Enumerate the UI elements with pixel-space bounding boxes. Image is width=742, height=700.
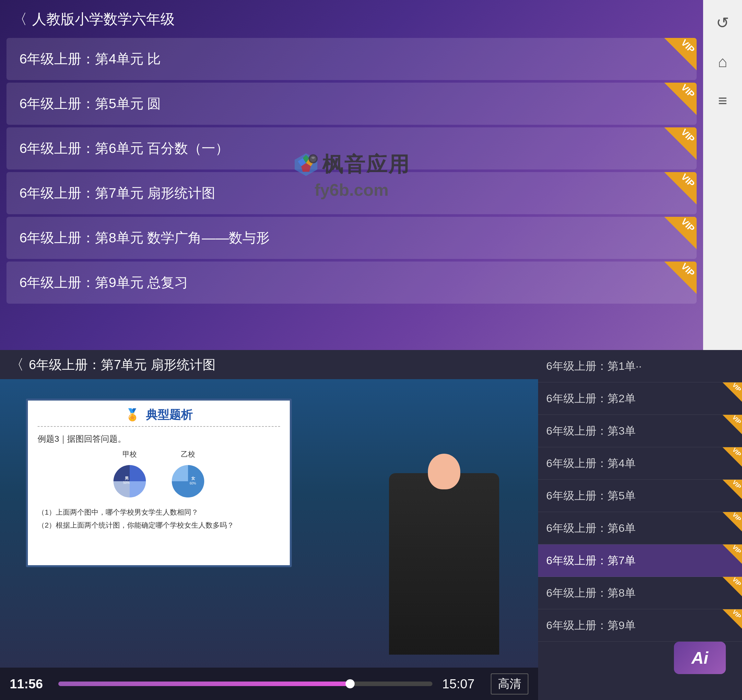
back-arrow-icon: 〈	[13, 10, 27, 29]
playlist-item-1[interactable]: 6年级上册：第1单··	[538, 350, 742, 382]
playlist-vip-badge: VIP	[723, 415, 742, 434]
vip-text: VIP	[679, 262, 696, 279]
playlist-vip-badge: VIP	[723, 544, 742, 564]
course-item-label: 6年级上册：第5单元 圆	[19, 95, 161, 113]
quality-badge[interactable]: 高清	[491, 674, 529, 694]
pie-chart-right: 乙校 女 60%	[169, 450, 208, 503]
vip-badge: VIP	[664, 38, 696, 70]
whiteboard: 🏅 典型题析 例题3｜据图回答问题。 甲校	[26, 399, 292, 567]
pie-chart-right-svg: 女 60%	[169, 462, 208, 501]
example-label: 例题3｜据图回答问题。	[38, 433, 280, 445]
teacher-figure	[389, 473, 499, 654]
pie-charts-container: 甲校 男 50%	[38, 450, 280, 503]
vip-badge: VIP	[664, 217, 696, 249]
course-items-container: 6年级上册：第4单元 比 VIP 6年级上册：第5单元 圆 VIP 6年级上册：…	[0, 35, 703, 306]
video-player[interactable]: 🏅 典型题析 例题3｜据图回答问题。 甲校	[0, 379, 538, 668]
playlist-item-label: 6年级上册：第5单	[546, 488, 736, 503]
vip-text: VIP	[679, 172, 696, 189]
teacher-body	[389, 473, 499, 654]
playlist-vip-badge: VIP	[723, 382, 742, 402]
course-item-label: 6年级上册：第8单元 数学广角——数与形	[19, 229, 270, 247]
course-item-label: 6年级上册：第9单元 总复习	[19, 274, 188, 292]
playlist-item-label: 6年级上册：第3单	[546, 424, 736, 438]
right-sidebar: ↺ ⌂ ≡	[703, 0, 742, 350]
back-sidebar-icon[interactable]: ↺	[713, 13, 732, 32]
playlist-item-7[interactable]: 6年级上册：第7单 VIP	[538, 544, 742, 577]
playlist-item-label: 6年级上册：第4单	[546, 456, 736, 471]
vip-badge: VIP	[664, 82, 696, 115]
playlist-item-2[interactable]: 6年级上册：第2单 VIP	[538, 382, 742, 415]
time-current: 11:56	[10, 676, 49, 691]
vip-text: VIP	[679, 217, 696, 234]
question1: （1）上面两个图中，哪个学校男女学生人数相同？ （2）根据上面两个统计图，你能确…	[38, 506, 280, 531]
playlist-item-3[interactable]: 6年级上册：第3单 VIP	[538, 415, 742, 447]
vip-text: VIP	[679, 127, 696, 144]
playlist-item-label: 6年级上册：第8单	[546, 585, 736, 600]
progress-fill	[58, 681, 350, 686]
playlist-item-label: 6年级上册：第7单	[546, 553, 736, 568]
pie-chart-left: 甲校 男 50%	[110, 450, 149, 503]
playlist-vip-badge: VIP	[723, 447, 742, 467]
playlist-item-9[interactable]: 6年级上册：第9单 VIP	[538, 609, 742, 642]
home-sidebar-icon[interactable]: ⌂	[713, 52, 732, 71]
teacher-head	[428, 454, 460, 489]
vip-badge: VIP	[664, 172, 696, 204]
svg-text:50%: 50%	[123, 481, 130, 484]
course-item-1[interactable]: 6年级上册：第4单元 比 VIP	[6, 38, 696, 80]
playlist-vip-badge: VIP	[723, 609, 742, 629]
progress-bar[interactable]	[58, 681, 433, 686]
svg-text:60%: 60%	[190, 482, 196, 485]
playlist-item-label: 6年级上册：第1单··	[546, 359, 736, 374]
pie-chart-left-svg: 男 50%	[110, 462, 149, 501]
playlist-vip-badge: VIP	[723, 512, 742, 531]
back-button[interactable]: 〈 人教版小学数学六年级	[0, 10, 703, 35]
progress-handle[interactable]	[346, 679, 355, 688]
course-item-label: 6年级上册：第4单元 比	[19, 50, 161, 68]
course-item-4[interactable]: 6年级上册：第7单元 扇形统计图 VIP	[6, 172, 696, 214]
top-section: 〈 人教版小学数学六年级 枫音应用 fy6b.com	[0, 0, 742, 350]
playlist-item-label: 6年级上册：第6单	[546, 521, 736, 536]
time-total: 15:07	[442, 676, 481, 691]
svg-text:男: 男	[125, 476, 129, 481]
vip-badge: VIP	[664, 127, 696, 160]
course-item-label: 6年级上册：第6单元 百分数（一）	[19, 139, 229, 157]
playlist-item-label: 6年级上册：第2单	[546, 391, 736, 406]
svg-text:女: 女	[191, 476, 196, 481]
video-controls: 11:56 15:07 高清	[0, 668, 538, 700]
course-item-3[interactable]: 6年级上册：第6单元 百分数（一） VIP	[6, 127, 696, 169]
ai-label: Ai	[692, 648, 708, 668]
course-list-area: 〈 人教版小学数学六年级 枫音应用 fy6b.com	[0, 0, 703, 350]
course-item-5[interactable]: 6年级上册：第8单元 数学广角——数与形 VIP	[6, 217, 696, 259]
playlist-item-8[interactable]: 6年级上册：第8单 VIP	[538, 577, 742, 609]
playlist-item-6[interactable]: 6年级上册：第6单 VIP	[538, 512, 742, 544]
vip-text: VIP	[679, 38, 696, 55]
video-back-icon[interactable]: 〈	[10, 355, 24, 374]
video-title: 6年级上册：第7单元 扇形统计图	[29, 356, 216, 374]
playlist-item-label: 6年级上册：第9单	[546, 618, 736, 633]
ai-button[interactable]: Ai	[674, 642, 726, 674]
playlist-item-5[interactable]: 6年级上册：第5单 VIP	[538, 479, 742, 512]
playlist-vip-badge: VIP	[723, 577, 742, 596]
bottom-section: 〈 6年级上册：第7单元 扇形统计图 🏅 典型题析 例题3｜据图回答问题。	[0, 350, 742, 700]
whiteboard-content: 例题3｜据图回答问题。 甲校	[28, 427, 290, 538]
playlist-vip-badge: VIP	[723, 479, 742, 499]
menu-sidebar-icon[interactable]: ≡	[713, 91, 732, 110]
playlist-item-4[interactable]: 6年级上册：第4单 VIP	[538, 447, 742, 479]
course-item-6[interactable]: 6年级上册：第9单元 总复习 VIP	[6, 262, 696, 304]
back-title: 人教版小学数学六年级	[32, 10, 175, 29]
course-item-2[interactable]: 6年级上册：第5单元 圆 VIP	[6, 82, 696, 125]
vip-badge: VIP	[664, 262, 696, 294]
vip-text: VIP	[679, 82, 696, 100]
video-header: 〈 6年级上册：第7单元 扇形统计图	[0, 350, 538, 379]
whiteboard-title: 🏅 典型题析	[38, 400, 280, 427]
video-area: 〈 6年级上册：第7单元 扇形统计图 🏅 典型题析 例题3｜据图回答问题。	[0, 350, 538, 700]
course-item-label: 6年级上册：第7单元 扇形统计图	[19, 184, 215, 202]
